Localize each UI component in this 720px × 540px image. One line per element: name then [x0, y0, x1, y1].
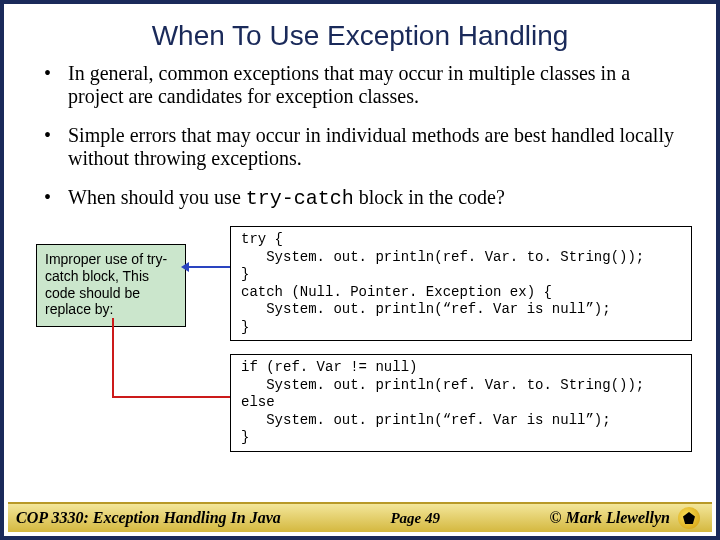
slide: When To Use Exception Handling In genera…: [0, 0, 720, 540]
note-box: Improper use of try-catch block, This co…: [36, 244, 186, 327]
arrow-replacement-horiz-icon: [112, 396, 230, 398]
bullet-item: In general, common exceptions that may o…: [44, 62, 688, 108]
slide-title: When To Use Exception Handling: [4, 4, 716, 62]
code-box-improper: try { System. out. println(ref. Var. to.…: [230, 226, 692, 341]
bullet-code: try-catch: [246, 187, 354, 210]
code-box-proper: if (ref. Var != null) System. out. print…: [230, 354, 692, 452]
footer: COP 3330: Exception Handling In Java Pag…: [8, 502, 712, 532]
arrow-replacement-vert-icon: [112, 318, 114, 398]
ucf-logo-icon: [678, 507, 700, 529]
footer-right: © Mark Llewellyn: [550, 507, 700, 529]
content-row: Improper use of try-catch block, This co…: [4, 226, 716, 446]
bullet-list: In general, common exceptions that may o…: [4, 62, 716, 210]
bullet-text-post: block in the code?: [354, 186, 505, 208]
footer-page: Page 49: [390, 510, 440, 527]
bullet-item: When should you use try-catch block in t…: [44, 186, 688, 210]
bullet-item: Simple errors that may occur in individu…: [44, 124, 688, 170]
footer-course: COP 3330: Exception Handling In Java: [16, 509, 281, 527]
bullet-text-pre: When should you use: [68, 186, 246, 208]
footer-copyright: © Mark Llewellyn: [550, 509, 670, 527]
arrow-improper-icon: [187, 266, 231, 268]
